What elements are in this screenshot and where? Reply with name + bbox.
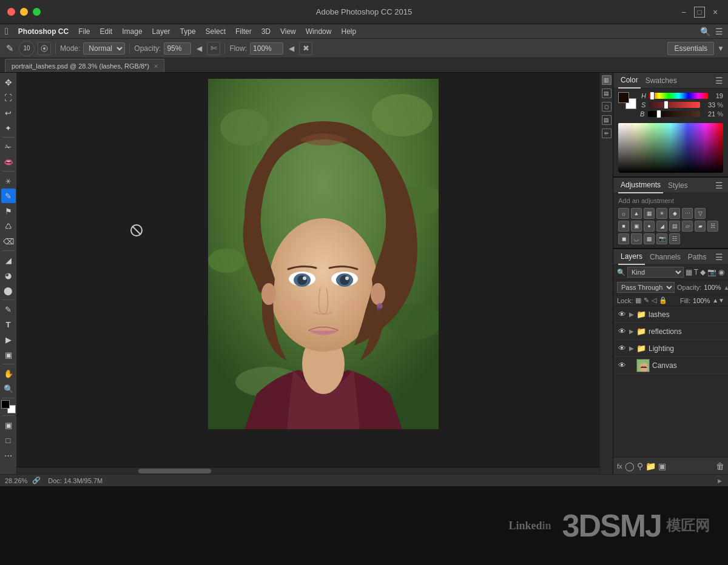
more-tools[interactable]: ⋯ (1, 448, 16, 463)
sample-icon-5[interactable]: ✏ (602, 129, 612, 138)
gradient-tool[interactable]: ◢ (1, 253, 16, 267)
fg-swatch-display[interactable] (618, 92, 629, 103)
status-right-icons[interactable]: ► (716, 477, 723, 484)
adj-panel-options[interactable]: ☰ (715, 181, 723, 190)
magic-wand-tool[interactable]: ✦ (1, 121, 16, 135)
new-fill-adj-icon[interactable]: ⚲ (637, 461, 643, 471)
lashes-vis-icon[interactable]: 👁 (617, 310, 627, 319)
new-layer-icon[interactable]: ▣ (658, 461, 666, 471)
clone-tool[interactable]: ⚑ (1, 204, 16, 218)
history-tool[interactable]: ♺ (1, 219, 16, 233)
solid-color-icon[interactable]: ◼ (618, 233, 629, 244)
lock-pos-icon[interactable]: ◁ (652, 296, 656, 304)
screen-mode[interactable]: □ (1, 433, 16, 447)
menu-help[interactable]: Help (336, 26, 361, 37)
canvas-vis-icon[interactable]: 👁 (617, 361, 627, 370)
canvas-scrollbar-h[interactable] (17, 467, 599, 474)
triangle-adj-icon[interactable]: ▽ (695, 208, 706, 219)
lighting-vis-icon[interactable]: 👁 (617, 344, 627, 353)
blend-mode-select[interactable]: Pass Through (617, 282, 675, 293)
opacity-input[interactable] (164, 42, 191, 55)
channel-mixer-icon[interactable]: ■ (618, 221, 629, 232)
h-slider-track[interactable] (649, 93, 708, 99)
pattern-fill-icon[interactable]: ▩ (644, 233, 655, 244)
eraser-tool[interactable]: ⌫ (1, 234, 16, 249)
threshold-icon[interactable]: ▱ (682, 221, 693, 232)
lock-trans-icon[interactable]: ▦ (635, 296, 641, 304)
heal-tool[interactable]: ⚹ (1, 173, 16, 188)
win-restore[interactable]: □ (694, 7, 705, 18)
sample-icon-2[interactable]: ▤ (602, 89, 612, 98)
essentials-button[interactable]: Essentials (667, 42, 714, 55)
color-balance-icon[interactable]: ▣ (631, 221, 642, 232)
levels-adj-icon[interactable]: ▦ (644, 208, 655, 219)
apple-menu[interactable]:  (5, 26, 8, 37)
posterize-icon[interactable]: ▰ (695, 221, 706, 232)
minimize-button[interactable] (20, 8, 28, 16)
menu-3d[interactable]: 3D (257, 26, 275, 37)
scrollbar-thumb-h[interactable] (138, 469, 211, 473)
blur-tool[interactable]: ◕ (1, 268, 16, 282)
opacity-toggle[interactable]: ◀ (194, 44, 204, 53)
photo-filter-icon[interactable]: ● (644, 221, 655, 232)
essentials-arrow[interactable]: ▼ (717, 44, 724, 53)
menu-filter[interactable]: Filter (231, 26, 257, 37)
paths-tab-btn[interactable]: Paths (686, 249, 709, 265)
eyedropper-tool[interactable]: 👄 (1, 155, 16, 169)
layer-filter-icon-2[interactable]: T (694, 268, 698, 276)
win-close[interactable]: × (710, 7, 721, 18)
type-tool[interactable]: T (1, 317, 16, 332)
exposure-adj-icon[interactable]: ☀ (656, 208, 667, 219)
reflections-vis-icon[interactable]: 👁 (617, 327, 627, 336)
shape-tool[interactable]: ▣ (1, 347, 16, 362)
airbrush-icon[interactable]: ✄ (207, 42, 220, 55)
brush-preview-icon[interactable] (38, 42, 51, 55)
path-select-tool[interactable]: ▶ (1, 332, 16, 347)
win-minimize[interactable]: − (678, 7, 689, 18)
vibrance-adj-icon[interactable]: ◆ (669, 208, 680, 219)
crop-tool[interactable]: ✁ (1, 139, 16, 154)
dodge-tool[interactable]: ⬤ (1, 283, 16, 298)
menu-image[interactable]: Image (117, 26, 147, 37)
close-button[interactable] (7, 8, 15, 16)
menu-layer[interactable]: Layer (147, 26, 175, 37)
new-layer-mask-icon[interactable]: ◯ (625, 461, 635, 471)
reflections-expand-arrow[interactable]: ▶ (629, 328, 635, 335)
spray-icon[interactable]: ✖ (299, 42, 312, 55)
lock-paint-icon[interactable]: ✎ (644, 296, 649, 304)
gradient-fill-icon[interactable]: ◡ (631, 233, 642, 244)
menu-type[interactable]: Type (175, 26, 201, 37)
lighting-expand-arrow[interactable]: ▶ (629, 345, 635, 352)
channels-tab-btn[interactable]: Channels (647, 249, 683, 265)
maximize-button[interactable] (33, 8, 41, 16)
menu-window[interactable]: Window (301, 26, 337, 37)
pen-tool[interactable]: ✎ (1, 302, 16, 316)
marquee-tool[interactable]: ⛶ (1, 90, 16, 105)
camera-icon[interactable]: 📷 (656, 233, 667, 244)
menu-view[interactable]: View (275, 26, 301, 37)
new-group-icon[interactable]: 📁 (645, 461, 656, 471)
curves-adj-icon[interactable]: ▲ (631, 208, 642, 219)
mode-select[interactable]: Normal (83, 42, 125, 55)
move-tool[interactable]: ✥ (1, 75, 16, 90)
layer-item-canvas[interactable]: 👁 Canvas (613, 357, 728, 374)
panel-options-icon[interactable]: ☰ (715, 76, 723, 85)
search-icon[interactable]: 🔍 (700, 27, 710, 36)
brush-tool[interactable]: ✎ (1, 189, 16, 203)
swatches-tab[interactable]: Swatches (643, 73, 679, 89)
styles-tab[interactable]: Styles (666, 178, 690, 193)
color-spectrum-box[interactable] (618, 123, 723, 173)
s-slider-track[interactable] (649, 102, 700, 108)
flow-toggle[interactable]: ◀ (286, 44, 296, 53)
color-tab[interactable]: Color (618, 73, 641, 89)
layer-filter-icon-3[interactable]: ◆ (700, 268, 706, 276)
layers-tab-btn[interactable]: Layers (618, 249, 645, 265)
layer-kind-filter[interactable]: Kind (627, 267, 684, 278)
invert-adj-icon[interactable]: ☵ (707, 221, 718, 232)
tab-close-icon[interactable]: × (154, 62, 158, 70)
delete-layer-icon[interactable]: 🗑 (716, 461, 724, 471)
menu-file[interactable]: File (73, 26, 95, 37)
hsl-adj-icon[interactable]: ⋯ (682, 208, 693, 219)
canvas-area[interactable] (17, 73, 599, 474)
panel-icon[interactable]: ☰ (715, 27, 723, 36)
